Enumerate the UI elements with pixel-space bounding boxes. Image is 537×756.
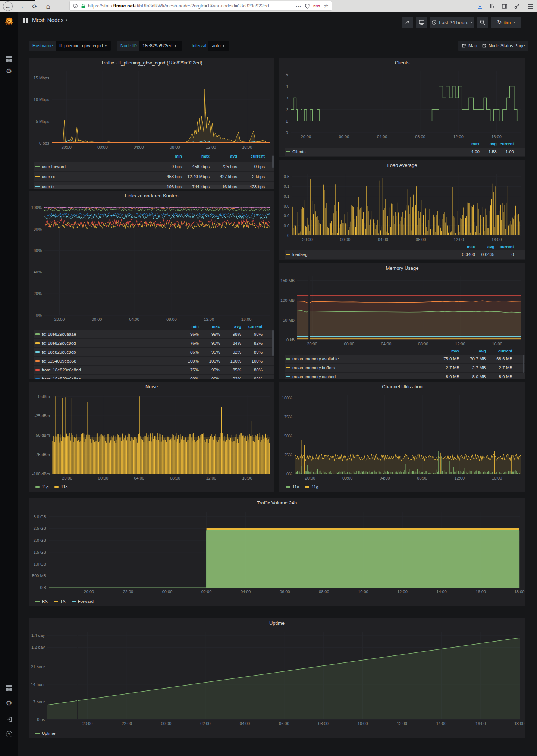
legend-item-11g[interactable]: 11g: [34, 485, 48, 489]
node-status-page-label: Node Status Page: [489, 43, 525, 48]
dashboard-title[interactable]: Mesh Nodes ▾: [23, 17, 67, 23]
settings-gear-icon[interactable]: ⚙: [0, 67, 18, 75]
download-icon[interactable]: [475, 1, 485, 11]
svg-text:1: 1: [286, 119, 288, 123]
zoom-out-button[interactable]: [477, 17, 488, 28]
grafana-logo[interactable]: [0, 16, 18, 29]
legend-item-11g[interactable]: 11g: [304, 485, 318, 489]
links-legend: minmaxavgcurrentto: 18e829c0aaae96%99%98…: [29, 323, 274, 379]
sidebar-panel-icon[interactable]: [500, 1, 509, 11]
var-nodeid-value-text: 18e829a922ed: [142, 43, 172, 48]
shield-icon[interactable]: [305, 3, 310, 9]
uptime-chart[interactable]: 1.4 day1.2 day21 hour14 hour7 hour0 ns20…: [29, 628, 525, 728]
panel-title-uptime[interactable]: Uptime: [29, 618, 525, 628]
svg-text:00:00: 00:00: [92, 317, 102, 322]
series-color-swatch: [286, 151, 290, 152]
legend-row-user-rx[interactable]: user rx453 bps12.40 Mbps427 kbps2 kbps: [34, 172, 274, 181]
legend-row-clients[interactable]: Clients4.001.531.00: [285, 148, 525, 156]
memory-chart[interactable]: 150 MB100 MB50 MB0 kB20:0000:0004:0008:0…: [279, 273, 525, 348]
legend-row-loadavg[interactable]: loadavg0.34000.04350: [285, 250, 525, 259]
legend-row-to-18e829c6c8eb[interactable]: to: 18e829c6c8eb86%95%92%89%: [34, 348, 274, 356]
back-button[interactable]: ←: [3, 1, 13, 11]
panel-title-links[interactable]: Links zu anderen Knoten: [29, 191, 274, 200]
chevron-down-icon: ▾: [471, 20, 472, 24]
legend-row-user-forward[interactable]: user forward0 bps458 kbps725 bps0 bps: [34, 162, 274, 171]
dns-badge[interactable]: DNS: [313, 4, 320, 8]
legend-row-from-18e829c6c8eb[interactable]: from: 18e829c6c8eb90%96%93%93%: [34, 375, 274, 379]
legend-row-mean-memory-available[interactable]: mean_memory.available75.0 MB70.7 MB68.6 …: [285, 355, 525, 363]
noise-chart[interactable]: 0 dBm-25 dBm-50 dBm-75 dBm-100 dBm20:000…: [29, 391, 274, 482]
panel-title-traffic[interactable]: Traffic - ff_pliening_gbw_egod (18e829a9…: [29, 58, 274, 67]
svg-text:75%: 75%: [284, 415, 292, 419]
legend-item-11a[interactable]: 11a: [53, 485, 67, 489]
menu-hamburger-icon[interactable]: [525, 1, 535, 11]
dashboards-icon[interactable]: [0, 56, 18, 62]
url-bar[interactable]: https://stats.ffmuc.net/d/hRIn3dRWk/mesh…: [69, 1, 332, 11]
lock-icon[interactable]: [81, 3, 86, 9]
time-range-button[interactable]: Last 24 hours ▾: [430, 17, 474, 28]
sign-in-icon[interactable]: [0, 716, 18, 722]
panel-title-loadavg[interactable]: Load Average: [279, 160, 525, 170]
legend-item-uptime[interactable]: Uptime: [34, 731, 55, 736]
clients-chart[interactable]: 54321020:0000:0004:0008:0012:0016:00: [279, 67, 525, 141]
key-icon[interactable]: [512, 1, 522, 11]
legend-scrollbar[interactable]: [272, 155, 274, 168]
forward-button[interactable]: →: [16, 1, 26, 11]
series-color-swatch: [286, 486, 290, 488]
svg-text:1.4 day: 1.4 day: [31, 633, 45, 638]
legend-scrollbar[interactable]: [272, 330, 274, 356]
panel-title-volume[interactable]: Traffic Volume 24h: [29, 498, 525, 507]
var-interval-value[interactable]: auto▾: [208, 41, 229, 51]
url-text[interactable]: https://stats.ffmuc.net/d/hRIn3dRWk/mesh…: [88, 3, 293, 9]
legend-header: minmaxavgcurrent: [34, 323, 274, 329]
var-nodeid-value[interactable]: 18e829a922ed▾: [139, 41, 182, 51]
page-actions-icon[interactable]: •••: [296, 4, 302, 8]
legend-row-mean-memory-buffers[interactable]: mean_memory.buffers2.7 MB2.7 MB2.7 MB: [285, 364, 525, 372]
legend-header: maxavgcurrent: [285, 348, 525, 354]
legend-item-tx[interactable]: TX: [52, 599, 66, 604]
help-icon[interactable]: ?: [0, 731, 18, 737]
refresh-interval-label: 5m: [504, 20, 511, 25]
panel-title-memory[interactable]: Memory Usage: [279, 263, 525, 273]
bookmark-star-icon[interactable]: ☆: [324, 3, 329, 9]
reload-button[interactable]: ⟳: [30, 1, 40, 11]
svg-text:16:00: 16:00: [492, 237, 502, 242]
legend-header: maxavgcurrent: [285, 141, 525, 146]
svg-text:12:00: 12:00: [455, 342, 465, 346]
legend-item-forward[interactable]: Forward: [70, 599, 94, 604]
dashboards-icon-bottom[interactable]: [0, 685, 18, 691]
library-icon[interactable]: [487, 1, 497, 11]
legend-row-to-18e829c0aaae[interactable]: to: 18e829c0aaae96%99%98%98%: [34, 330, 274, 338]
legend-item-rx[interactable]: RX: [34, 599, 48, 604]
panel-title-clients[interactable]: Clients: [279, 58, 525, 67]
legend-row-to-5254009eb358[interactable]: to: 5254009eb358100%100%100%100%: [34, 357, 274, 365]
home-button[interactable]: ⌂: [43, 1, 53, 11]
node-status-page-button[interactable]: Node Status Page: [478, 41, 528, 51]
legend-row-mean-memory-cached[interactable]: mean_memory.cached8.0 MB8.0 MB8.0 MB: [285, 373, 525, 379]
refresh-button[interactable]: ↻ 5m ▾: [491, 17, 521, 28]
series-color-swatch: [35, 166, 40, 167]
channel-chart[interactable]: 100%75%50%25%0%20:0000:0004:0008:0012:00…: [279, 391, 525, 482]
dashboard-nav: Mesh Nodes ▾ Last 24 hours ▾ ↻ 5m ▾: [18, 12, 537, 35]
svg-text:20:00: 20:00: [84, 589, 94, 594]
tv-mode-button[interactable]: [416, 17, 427, 28]
panel-title-noise[interactable]: Noise: [29, 382, 274, 391]
legend-row-from-18e829c6c8dd[interactable]: from: 18e829c6c8dd75%90%85%80%: [34, 366, 274, 374]
legend-row-to-18e829c6c8dd[interactable]: to: 18e829c6c8dd76%90%84%82%: [34, 339, 274, 347]
var-hostname-value[interactable]: ff_pliening_gbw_egod▾: [56, 41, 111, 51]
links-chart[interactable]: 100%80%60%40%20%0%20:0000:0004:0008:0012…: [29, 200, 274, 323]
svg-text:0.0: 0.0: [284, 213, 289, 218]
volume-chart[interactable]: 3.0 GB2.5 GB2.0 GB1.5 GB1.0 GB500 MB0 B2…: [29, 507, 525, 597]
svg-text:08:00: 08:00: [170, 476, 180, 480]
traffic-chart[interactable]: 15 Mbps10 Mbps5 Mbps0 bps20:0000:0004:00…: [29, 67, 274, 151]
series-color-swatch: [35, 369, 40, 371]
share-button[interactable]: [402, 17, 413, 28]
loadavg-chart[interactable]: 0.50.10.10.00.00.0020:0000:0004:0008:001…: [279, 170, 525, 244]
info-icon[interactable]: [73, 3, 78, 9]
map-link-button[interactable]: Map: [458, 41, 481, 51]
svg-text:20:00: 20:00: [54, 317, 65, 322]
settings-gear-icon-bottom[interactable]: ⚙: [0, 700, 18, 707]
legend-item-11a[interactable]: 11a: [285, 485, 299, 489]
legend-scrollbar[interactable]: [523, 355, 524, 373]
panel-noise: Noise 0 dBm-25 dBm-50 dBm-75 dBm-100 dBm…: [29, 382, 274, 492]
